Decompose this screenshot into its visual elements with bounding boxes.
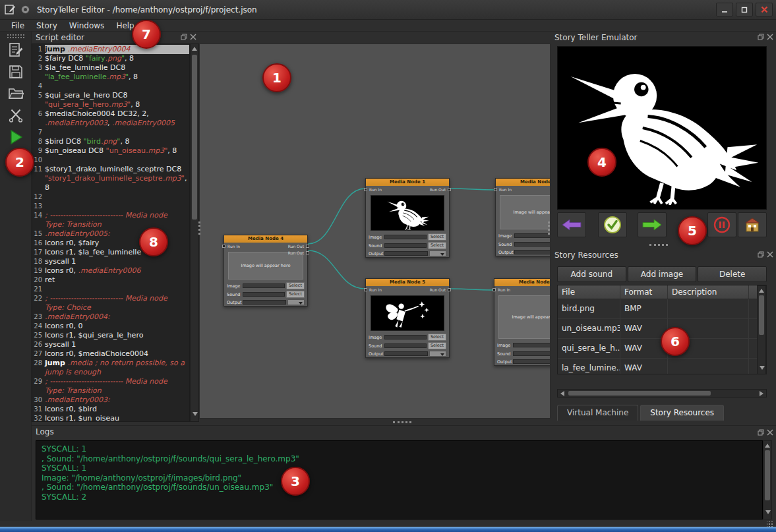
- close-button[interactable]: [756, 3, 773, 16]
- delete-resource-button[interactable]: Delete: [698, 266, 767, 282]
- code-line[interactable]: 1jump .mediaEntry0004: [32, 45, 189, 54]
- resources-table[interactable]: File Format Description bird.pngBMPun_oi…: [557, 285, 767, 374]
- resources-hscrollbar[interactable]: [557, 389, 767, 398]
- code-line[interactable]: 12: [32, 192, 189, 202]
- scroll-down-icon[interactable]: [765, 510, 771, 514]
- back-button[interactable]: [557, 212, 586, 237]
- field-value[interactable]: [514, 250, 551, 254]
- code-line[interactable]: 24lcons r0, 0: [32, 322, 189, 331]
- media-node-title[interactable]: Media Node 2: [496, 179, 551, 186]
- code-line[interactable]: 10: [32, 156, 189, 165]
- output-dropdown[interactable]: [429, 251, 446, 256]
- scrollbar-thumb[interactable]: [765, 450, 770, 500]
- pause-button[interactable]: [707, 212, 736, 237]
- field-value[interactable]: [514, 233, 551, 238]
- close-dock-icon[interactable]: [190, 34, 196, 40]
- table-cell[interactable]: qui_sera_le_h...: [558, 339, 620, 358]
- code-line[interactable]: 13: [32, 202, 189, 211]
- code-line[interactable]: 30.mediaEntry0003:: [32, 396, 189, 405]
- output-dropdown[interactable]: [429, 351, 446, 357]
- field-value[interactable]: [384, 335, 427, 340]
- field-value[interactable]: [384, 235, 427, 239]
- table-cell[interactable]: la_fee_lumine...: [558, 359, 620, 374]
- save-button[interactable]: [5, 62, 27, 82]
- field-value[interactable]: [513, 343, 551, 347]
- code-line[interactable]: 14; ---------------------------- Media n…: [32, 211, 189, 229]
- select-button[interactable]: Select: [428, 242, 446, 249]
- tab-virtual-machine[interactable]: Virtual Machine: [557, 405, 638, 421]
- run-out-port[interactable]: [448, 188, 451, 191]
- code-line[interactable]: 7: [32, 128, 189, 137]
- select-button[interactable]: Select: [428, 334, 446, 341]
- table-row[interactable]: bird.pngBMP: [558, 299, 766, 319]
- toolbar-drag-handle[interactable]: [7, 34, 24, 38]
- float-dock-icon[interactable]: [181, 34, 187, 40]
- splitter-handle[interactable]: [198, 222, 201, 235]
- code-line[interactable]: 31lcons r0, $bird: [32, 405, 189, 414]
- table-cell[interactable]: WAV: [620, 319, 668, 338]
- close-dock-icon[interactable]: [767, 429, 773, 436]
- dock-drag-handle[interactable]: [649, 244, 668, 247]
- media-node-title[interactable]: Media Node 1: [366, 179, 449, 186]
- select-button[interactable]: Select: [428, 233, 446, 241]
- code-line[interactable]: 6$mediaChoice0004 DC32, 2, .mediaEntry00…: [32, 109, 189, 128]
- field-value[interactable]: [243, 292, 285, 297]
- code-line[interactable]: 22; ---------------------------- Media n…: [32, 294, 189, 312]
- compose-icon[interactable]: [5, 4, 16, 15]
- run-in-port[interactable]: [494, 188, 497, 191]
- float-dock-icon[interactable]: [758, 251, 764, 258]
- resources-vscrollbar[interactable]: [757, 285, 766, 374]
- media-node[interactable]: Media Node 4Run InRun OutRun OutImage wi…: [224, 235, 308, 307]
- table-row[interactable]: la_fee_lumine...WAV: [558, 359, 766, 374]
- table-cell[interactable]: BMP: [620, 299, 668, 318]
- media-node[interactable]: Media Node 2Run InRun OutImage will appe…: [495, 178, 551, 256]
- forward-button[interactable]: [638, 212, 667, 237]
- emulator-header[interactable]: Story Teller Emulator: [551, 32, 776, 44]
- code-line[interactable]: 9$un_oiseau DC8 "un_oiseau.mp3", 8: [32, 146, 189, 156]
- menu-file[interactable]: File: [5, 20, 30, 32]
- float-dock-icon[interactable]: [758, 429, 764, 436]
- code-line[interactable]: 18syscall 1: [32, 257, 189, 266]
- table-cell[interactable]: un_oiseau.mp3: [558, 319, 620, 338]
- code-line[interactable]: 25lcons r1, $qui_sera_le_hero: [32, 331, 189, 340]
- run-in-port[interactable]: [222, 245, 225, 248]
- scrollbar-thumb[interactable]: [568, 391, 711, 396]
- maximize-button[interactable]: [736, 3, 753, 16]
- scroll-up-icon[interactable]: [759, 289, 764, 293]
- field-value[interactable]: [384, 243, 427, 248]
- home-button[interactable]: [738, 212, 767, 237]
- field-value[interactable]: [384, 351, 428, 356]
- close-dock-icon[interactable]: [767, 251, 773, 258]
- field-value[interactable]: [384, 251, 428, 256]
- add-image-button[interactable]: Add image: [628, 266, 697, 282]
- run-out-port[interactable]: [306, 251, 309, 254]
- run-out-port[interactable]: [448, 288, 451, 291]
- select-button[interactable]: Select: [286, 291, 305, 298]
- story-node-canvas[interactable]: Media Node 4Run InRun OutRun OutImage wi…: [199, 44, 551, 419]
- table-cell[interactable]: bird.png: [558, 299, 620, 318]
- code-line[interactable]: 8$bird DC8 "bird.png", 8: [32, 137, 189, 146]
- tab-story-resources[interactable]: Story Resources: [640, 405, 724, 421]
- code-line[interactable]: 3$la_fee_luminelle DC8 "la_fee_luminelle…: [32, 63, 189, 82]
- column-header-file[interactable]: File: [558, 285, 620, 299]
- code-line[interactable]: 4: [32, 82, 189, 91]
- close-dock-icon[interactable]: [767, 34, 773, 40]
- field-value[interactable]: [243, 283, 285, 288]
- confirm-button[interactable]: [598, 212, 627, 237]
- code-line[interactable]: 28jump .media ; no return possible, so a…: [32, 359, 189, 377]
- resources-table-header[interactable]: File Format Description: [558, 285, 766, 299]
- scroll-left-icon[interactable]: [560, 391, 564, 396]
- table-cell[interactable]: [668, 299, 749, 318]
- logs-scrollbar[interactable]: [763, 440, 772, 519]
- select-button[interactable]: Select: [286, 282, 305, 289]
- code-line[interactable]: 11$story1_drako_luminelle_sceptre DC8 "s…: [32, 165, 189, 192]
- table-cell[interactable]: [668, 359, 749, 374]
- minimize-button[interactable]: [716, 3, 733, 16]
- field-value[interactable]: [513, 351, 551, 356]
- code-line[interactable]: 26syscall 1: [32, 340, 189, 349]
- output-dropdown[interactable]: [287, 299, 305, 305]
- table-cell[interactable]: WAV: [620, 359, 668, 374]
- run-out-port[interactable]: [306, 245, 309, 248]
- float-dock-icon[interactable]: [758, 34, 764, 40]
- code-line[interactable]: 23.mediaEntry0004:: [32, 312, 189, 322]
